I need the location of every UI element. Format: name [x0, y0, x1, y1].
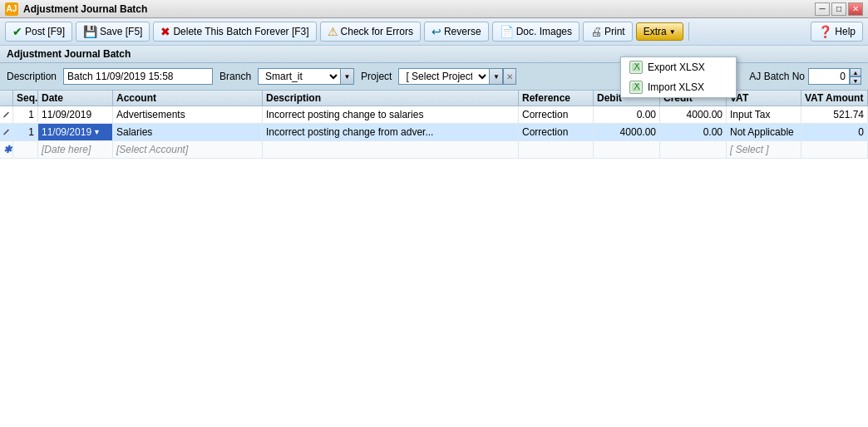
doc-images-button[interactable]: 📄 Doc. Images: [492, 22, 579, 42]
panel-title: Adjustment Journal Batch: [0, 46, 868, 63]
col-header-vat-amount: VAT Amount: [801, 91, 868, 106]
row2-seq: 1: [13, 124, 38, 140]
save-label: Save [F5]: [100, 26, 142, 37]
minimize-button[interactable]: ─: [815, 2, 830, 16]
form-area: Description Branch Smart_it ▼ Project [ …: [0, 63, 868, 91]
extra-label: Extra: [644, 26, 667, 37]
new-row-reference: [519, 141, 594, 158]
description-input[interactable]: [63, 68, 213, 85]
col-header-date: Date: [38, 91, 113, 106]
delete-button[interactable]: ✖ Delete This Batch Forever [F3]: [153, 22, 316, 42]
post-icon: ✔: [12, 25, 22, 38]
row1-date: 11/09/2019: [38, 106, 113, 123]
delete-icon: ✖: [160, 25, 170, 38]
title-bar: AJ Adjustment Journal Batch ─ □ ✕: [0, 0, 868, 18]
row1-seq: 1: [13, 106, 38, 123]
row2-account: Salaries: [113, 124, 263, 140]
close-button[interactable]: ✕: [848, 2, 863, 16]
extra-button[interactable]: Extra ▼: [636, 22, 683, 41]
date-dropdown-icon[interactable]: ▼: [93, 128, 101, 136]
post-button[interactable]: ✔ Post [F9]: [5, 22, 72, 42]
row1-vat-amount: 521.74: [801, 106, 868, 123]
row1-vat: Input Tax: [727, 106, 801, 123]
row1-reference: Correction: [519, 106, 594, 123]
svg-text:X: X: [634, 63, 640, 71]
new-row-debit: [594, 141, 660, 158]
project-label: Project: [361, 71, 392, 82]
check-icon: ⚠: [328, 25, 338, 38]
window-title: Adjustment Journal Batch: [23, 3, 815, 15]
help-icon: ❓: [818, 25, 832, 38]
export-xlsx-item[interactable]: X Export XLSX: [621, 57, 736, 77]
new-row-star: ✱: [0, 141, 13, 158]
new-row-credit: [660, 141, 727, 158]
batch-no-up[interactable]: ▲: [850, 68, 861, 76]
import-icon: X: [629, 81, 643, 94]
main-area: Seq. Date Account Description Reference …: [0, 91, 868, 427]
row2-reference: Correction: [519, 124, 594, 140]
toolbar: ✔ Post [F9] 💾 Save [F5] ✖ Delete This Ba…: [0, 18, 868, 46]
batch-no-label: AJ Batch No: [749, 71, 805, 82]
col-header-description: Description: [263, 91, 519, 106]
row2-description: Incorrect posting change from adver...: [263, 124, 519, 140]
project-select[interactable]: [ Select Project ]: [398, 68, 490, 85]
grid-header: Seq. Date Account Description Reference …: [0, 91, 868, 106]
batch-no-down[interactable]: ▼: [850, 76, 861, 85]
print-label: Print: [604, 26, 625, 37]
help-label: Help: [835, 26, 856, 37]
window-controls: ─ □ ✕: [815, 2, 863, 16]
check-label: Check for Errors: [341, 26, 413, 37]
import-xlsx-item[interactable]: X Import XLSX: [621, 77, 736, 97]
toolbar-separator: [688, 22, 689, 41]
project-dropdown-icon[interactable]: ▼: [490, 68, 503, 85]
reverse-button[interactable]: ↩ Reverse: [424, 22, 489, 42]
maximize-button[interactable]: □: [831, 2, 846, 16]
export-icon: X: [629, 61, 643, 74]
batch-no-spinner: ▲ ▼: [850, 68, 861, 85]
row1-debit: 0.00: [594, 106, 660, 123]
row1-account: Advertisements: [113, 106, 263, 123]
branch-label: Branch: [219, 71, 251, 82]
project-select-wrap: [ Select Project ] ▼ ✕: [398, 68, 516, 85]
doc-icon: 📄: [500, 25, 514, 38]
delete-label: Delete This Batch Forever [F3]: [173, 26, 308, 37]
post-label: Post [F9]: [25, 26, 65, 37]
row1-credit: 4000.00: [660, 106, 727, 123]
grid-scroll[interactable]: Seq. Date Account Description Reference …: [0, 91, 868, 427]
extra-dropdown-menu: X Export XLSX X Import XLSX: [620, 56, 737, 98]
col-header-account: Account: [113, 91, 263, 106]
branch-select[interactable]: Smart_it: [258, 68, 341, 85]
new-row-vat-amount: [801, 141, 868, 158]
save-button[interactable]: 💾 Save [F5]: [76, 22, 150, 42]
print-button[interactable]: 🖨 Print: [583, 22, 633, 42]
project-clear-button[interactable]: ✕: [503, 68, 516, 85]
import-xlsx-label: Import XLSX: [648, 81, 704, 93]
row2-date[interactable]: 11/09/2019 ▼: [38, 124, 113, 140]
svg-text:X: X: [634, 83, 640, 91]
save-icon: 💾: [83, 25, 97, 38]
row2-edit-icon: [0, 124, 13, 140]
batch-no-wrap: AJ Batch No ▲ ▼: [749, 68, 861, 85]
col-header-vat: VAT: [727, 91, 801, 106]
reverse-icon: ↩: [432, 25, 441, 38]
doc-label: Doc. Images: [516, 26, 572, 37]
new-row[interactable]: ✱ [Date here] [Select Account] [ Select …: [0, 141, 868, 159]
print-icon: 🖨: [590, 25, 602, 38]
new-row-description: [263, 141, 519, 158]
row2-debit: 4000.00: [594, 124, 660, 140]
row1-description: Incorrect posting change to salaries: [263, 106, 519, 123]
batch-no-input[interactable]: [808, 68, 850, 85]
table-row[interactable]: 1 11/09/2019 Advertisements Incorrect po…: [0, 106, 868, 124]
check-errors-button[interactable]: ⚠ Check for Errors: [320, 22, 421, 42]
desc-label: Description: [7, 71, 57, 82]
row2-credit: 0.00: [660, 124, 727, 140]
new-row-vat: [ Select ]: [727, 141, 801, 158]
table-row[interactable]: 1 11/09/2019 ▼ Salaries Incorrect postin…: [0, 124, 868, 141]
col-header-reference: Reference: [519, 91, 594, 106]
extra-dropdown-icon: ▼: [669, 28, 676, 36]
app-icon: AJ: [5, 2, 18, 16]
new-row-account: [Select Account]: [113, 141, 263, 158]
help-button[interactable]: ❓ Help: [811, 22, 863, 42]
branch-select-wrap: Smart_it ▼: [258, 68, 354, 85]
branch-dropdown-icon[interactable]: ▼: [341, 68, 354, 85]
